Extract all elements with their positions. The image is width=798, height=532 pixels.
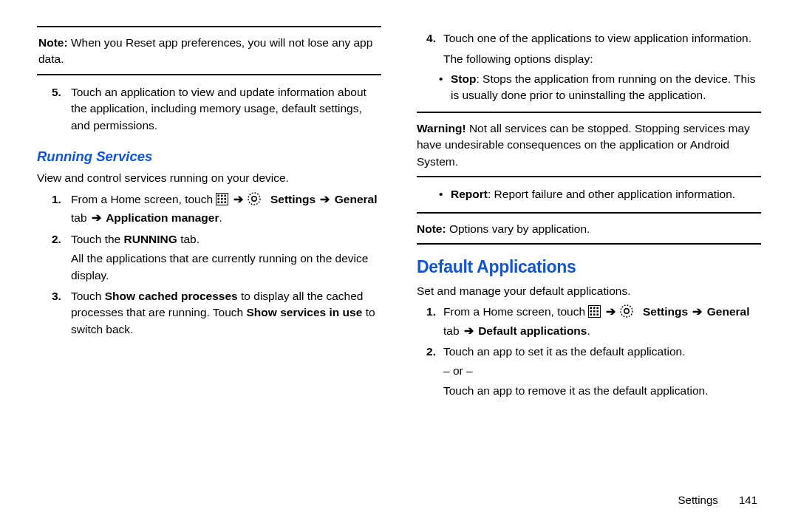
show-services-label: Show services in use bbox=[247, 306, 363, 318]
svg-rect-21 bbox=[597, 314, 599, 316]
step-5: 5. Touch an application to view and upda… bbox=[52, 84, 381, 134]
svg-rect-15 bbox=[597, 307, 599, 310]
step-text: Touch the RUNNING tab. All the applicati… bbox=[71, 231, 381, 284]
manual-page: Note: When you Reset app preferences, yo… bbox=[0, 0, 798, 532]
svg-rect-3 bbox=[225, 194, 227, 197]
note-label: Note: bbox=[417, 222, 446, 235]
rule bbox=[417, 176, 761, 177]
note-label: Note: bbox=[38, 36, 68, 49]
step-text: From a Home screen, touch ➔ Settings ➔ G… bbox=[443, 304, 761, 339]
step-number: 1. bbox=[52, 191, 71, 227]
bullet-report: • Report: Report failure and other appli… bbox=[439, 186, 761, 202]
step-text: Touch an app to set it as the default ap… bbox=[443, 344, 761, 399]
svg-rect-8 bbox=[221, 201, 223, 203]
text-part: : Stops the application from running on … bbox=[451, 72, 755, 101]
rule bbox=[417, 212, 761, 214]
text-part: tab. bbox=[177, 233, 200, 245]
running-step-3: 3. Touch Show cached processes to displa… bbox=[52, 288, 381, 338]
step-number: 3. bbox=[52, 288, 71, 338]
page-number: 141 bbox=[739, 494, 757, 506]
step-4: 4. Touch one of the applications to view… bbox=[417, 30, 761, 68]
svg-rect-18 bbox=[597, 310, 599, 313]
svg-rect-4 bbox=[218, 198, 220, 200]
apps-icon bbox=[216, 193, 228, 210]
arrow-icon: ➔ bbox=[232, 193, 245, 205]
svg-rect-14 bbox=[593, 307, 596, 310]
svg-rect-9 bbox=[225, 201, 227, 203]
step4-line1: Touch one of the applications to view ap… bbox=[443, 30, 761, 47]
stop-label: Stop bbox=[451, 72, 476, 85]
arrow-icon: ➔ bbox=[318, 193, 331, 205]
svg-point-10 bbox=[248, 193, 260, 205]
step-text: Touch Show cached processes to display a… bbox=[71, 288, 381, 338]
step-number: 2. bbox=[417, 344, 443, 399]
general-label: General bbox=[707, 305, 750, 318]
step-text: Touch one of the applications to view ap… bbox=[443, 30, 761, 68]
step-number: 4. bbox=[417, 30, 443, 68]
arrow-icon: ➔ bbox=[691, 305, 703, 318]
svg-rect-6 bbox=[225, 198, 227, 200]
d2-line1: Touch an app to set it as the default ap… bbox=[443, 344, 761, 360]
step-number: 2. bbox=[52, 231, 71, 284]
note-text: Options vary by application. bbox=[449, 222, 590, 235]
step-text: From a Home screen, touch ➔ Settings ➔ G… bbox=[71, 191, 381, 227]
settings-label: Settings bbox=[270, 193, 316, 205]
text-part: Touch the bbox=[71, 233, 124, 245]
apps-icon bbox=[588, 305, 601, 322]
svg-point-23 bbox=[624, 309, 629, 313]
rule bbox=[37, 26, 381, 27]
step-continuation: All the applications that are currently … bbox=[71, 250, 381, 284]
appmgr-label: Application manager bbox=[106, 211, 219, 224]
settings-label: Settings bbox=[643, 305, 688, 318]
svg-rect-5 bbox=[221, 198, 223, 200]
svg-rect-13 bbox=[590, 307, 593, 310]
running-intro: View and control services running on you… bbox=[37, 170, 381, 186]
step-number: 5. bbox=[52, 84, 71, 134]
svg-rect-7 bbox=[218, 201, 220, 203]
svg-rect-16 bbox=[590, 310, 593, 313]
svg-point-11 bbox=[252, 196, 256, 200]
running-step-1: 1. From a Home screen, touch ➔ Settings … bbox=[52, 191, 381, 227]
warning-text: Not all services can be stopped. Stoppin… bbox=[417, 122, 750, 168]
or-separator: – or – bbox=[443, 363, 761, 379]
rule bbox=[37, 74, 381, 75]
bullet-stop: • Stop: Stops the application from runni… bbox=[439, 71, 761, 104]
running-step-2: 2. Touch the RUNNING tab. All the applic… bbox=[52, 231, 381, 284]
bullet-icon: • bbox=[439, 71, 451, 104]
svg-rect-19 bbox=[590, 314, 593, 316]
svg-rect-17 bbox=[593, 310, 596, 313]
running-tab-label: RUNNING bbox=[124, 233, 177, 245]
text-part: tab bbox=[443, 324, 463, 337]
settings-icon bbox=[620, 304, 633, 322]
note2-block: Note: Options vary by application. bbox=[417, 221, 761, 237]
general-label: General bbox=[335, 193, 378, 205]
defapp-label: Default applications bbox=[478, 324, 587, 337]
svg-rect-20 bbox=[593, 314, 596, 316]
svg-rect-2 bbox=[221, 194, 223, 197]
note-block: Note: When you Reset app preferences, yo… bbox=[37, 35, 381, 68]
arrow-icon: ➔ bbox=[604, 305, 617, 318]
svg-point-22 bbox=[621, 305, 632, 317]
warning-label: Warning! bbox=[417, 122, 466, 134]
footer-section: Settings bbox=[678, 494, 718, 506]
default-step-1: 1. From a Home screen, touch ➔ Settings … bbox=[417, 304, 761, 339]
text-part: From a Home screen, touch bbox=[71, 193, 216, 205]
svg-rect-1 bbox=[218, 194, 220, 197]
bullet-icon: • bbox=[439, 186, 451, 202]
arrow-icon: ➔ bbox=[463, 324, 475, 337]
settings-icon bbox=[248, 192, 261, 210]
text-part: From a Home screen, touch bbox=[443, 305, 588, 318]
show-cached-label: Show cached processes bbox=[105, 290, 238, 302]
default-intro: Set and manage your default applications… bbox=[417, 283, 761, 299]
step4-line2: The following options display: bbox=[443, 51, 761, 67]
warning-block: Warning! Not all services can be stopped… bbox=[417, 120, 761, 170]
step-number: 1. bbox=[417, 304, 443, 339]
text-part: tab bbox=[71, 211, 90, 224]
bullet-text: Report: Report failure and other applica… bbox=[451, 186, 735, 202]
text-part: Touch bbox=[71, 290, 105, 302]
rule bbox=[417, 112, 761, 113]
d2-line2: Touch an app to remove it as the default… bbox=[443, 383, 761, 399]
page-footer: Settings 141 bbox=[678, 494, 757, 506]
step-text: Touch an application to view and update … bbox=[71, 84, 381, 134]
arrow-icon: ➔ bbox=[90, 211, 103, 224]
